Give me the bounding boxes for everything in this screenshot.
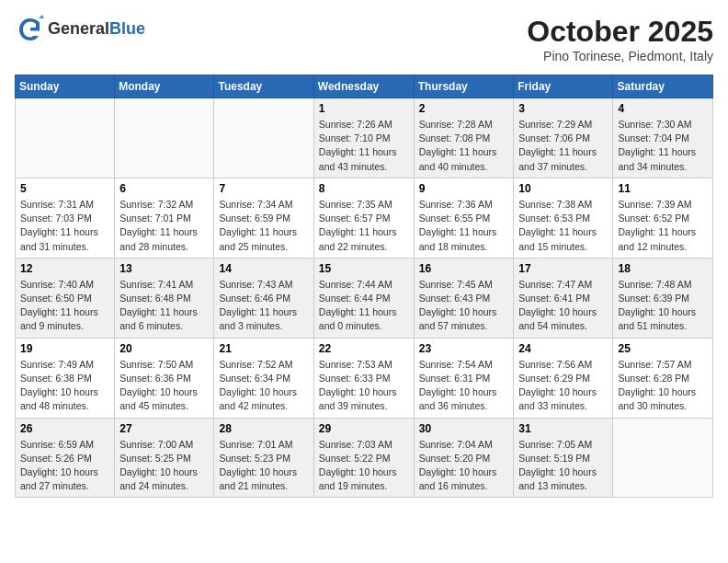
day-info: Sunrise: 7:35 AM Sunset: 6:57 PM Dayligh… <box>319 198 409 254</box>
calendar-cell: 22Sunrise: 7:53 AM Sunset: 6:33 PM Dayli… <box>313 338 414 418</box>
day-number: 23 <box>419 342 509 355</box>
calendar-cell: 16Sunrise: 7:45 AM Sunset: 6:43 PM Dayli… <box>414 258 514 338</box>
day-info: Sunrise: 7:47 AM Sunset: 6:41 PM Dayligh… <box>518 278 608 334</box>
day-info: Sunrise: 7:03 AM Sunset: 5:22 PM Dayligh… <box>319 438 409 494</box>
day-info: Sunrise: 7:40 AM Sunset: 6:50 PM Dayligh… <box>20 278 109 334</box>
calendar-cell: 28Sunrise: 7:01 AM Sunset: 5:23 PM Dayli… <box>214 418 313 498</box>
day-number: 17 <box>518 262 608 275</box>
day-info: Sunrise: 7:30 AM Sunset: 7:04 PM Dayligh… <box>618 118 708 174</box>
day-number: 31 <box>518 422 608 435</box>
day-number: 24 <box>518 342 608 355</box>
calendar-cell: 8Sunrise: 7:35 AM Sunset: 6:57 PM Daylig… <box>313 178 414 258</box>
day-number: 25 <box>618 342 708 355</box>
day-number: 10 <box>518 182 608 195</box>
calendar-cell <box>115 98 214 178</box>
day-number: 7 <box>219 182 308 195</box>
day-number: 3 <box>518 102 608 115</box>
calendar-cell: 20Sunrise: 7:50 AM Sunset: 6:36 PM Dayli… <box>115 338 214 418</box>
day-info: Sunrise: 7:49 AM Sunset: 6:38 PM Dayligh… <box>20 358 109 414</box>
calendar-table: SundayMondayTuesdayWednesdayThursdayFrid… <box>15 75 713 498</box>
day-info: Sunrise: 7:41 AM Sunset: 6:48 PM Dayligh… <box>119 278 209 334</box>
day-info: Sunrise: 7:39 AM Sunset: 6:52 PM Dayligh… <box>618 198 708 254</box>
day-number: 5 <box>20 182 109 195</box>
weekday-header: Sunday <box>16 75 115 98</box>
calendar-cell: 18Sunrise: 7:48 AM Sunset: 6:39 PM Dayli… <box>613 258 713 338</box>
day-number: 28 <box>219 422 308 435</box>
weekday-header: Thursday <box>414 75 514 98</box>
day-number: 1 <box>319 102 409 115</box>
day-info: Sunrise: 6:59 AM Sunset: 5:26 PM Dayligh… <box>20 438 109 494</box>
day-number: 19 <box>20 342 109 355</box>
day-info: Sunrise: 7:50 AM Sunset: 6:36 PM Dayligh… <box>119 358 209 414</box>
calendar-cell: 10Sunrise: 7:38 AM Sunset: 6:53 PM Dayli… <box>514 178 613 258</box>
calendar-cell: 3Sunrise: 7:29 AM Sunset: 7:06 PM Daylig… <box>514 98 613 178</box>
day-number: 26 <box>20 422 109 435</box>
day-info: Sunrise: 7:43 AM Sunset: 6:46 PM Dayligh… <box>219 278 308 334</box>
day-number: 20 <box>119 342 209 355</box>
calendar-cell: 26Sunrise: 6:59 AM Sunset: 5:26 PM Dayli… <box>16 418 115 498</box>
calendar-cell: 17Sunrise: 7:47 AM Sunset: 6:41 PM Dayli… <box>514 258 613 338</box>
day-number: 29 <box>319 422 409 435</box>
day-info: Sunrise: 7:00 AM Sunset: 5:25 PM Dayligh… <box>119 438 209 494</box>
weekday-header: Tuesday <box>214 75 313 98</box>
day-info: Sunrise: 7:32 AM Sunset: 7:01 PM Dayligh… <box>119 198 209 254</box>
calendar-week-row: 19Sunrise: 7:49 AM Sunset: 6:38 PM Dayli… <box>16 338 713 418</box>
day-info: Sunrise: 7:26 AM Sunset: 7:10 PM Dayligh… <box>319 118 409 174</box>
day-info: Sunrise: 7:44 AM Sunset: 6:44 PM Dayligh… <box>319 278 409 334</box>
calendar-cell: 7Sunrise: 7:34 AM Sunset: 6:59 PM Daylig… <box>214 178 313 258</box>
day-info: Sunrise: 7:36 AM Sunset: 6:55 PM Dayligh… <box>419 198 509 254</box>
calendar-cell: 1Sunrise: 7:26 AM Sunset: 7:10 PM Daylig… <box>313 98 414 178</box>
logo: GeneralBlue <box>15 15 145 44</box>
logo-text: GeneralBlue <box>48 19 145 40</box>
month-title: October 2025 <box>527 15 713 49</box>
calendar-cell <box>613 418 713 498</box>
calendar-cell: 29Sunrise: 7:03 AM Sunset: 5:22 PM Dayli… <box>313 418 414 498</box>
day-number: 11 <box>618 182 708 195</box>
day-number: 21 <box>219 342 308 355</box>
logo-general: GeneralBlue <box>48 19 145 40</box>
day-info: Sunrise: 7:38 AM Sunset: 6:53 PM Dayligh… <box>518 198 608 254</box>
calendar-cell: 15Sunrise: 7:44 AM Sunset: 6:44 PM Dayli… <box>313 258 414 338</box>
day-number: 18 <box>618 262 708 275</box>
calendar-cell <box>214 98 313 178</box>
day-number: 27 <box>119 422 209 435</box>
day-info: Sunrise: 7:34 AM Sunset: 6:59 PM Dayligh… <box>219 198 308 254</box>
calendar-cell: 21Sunrise: 7:52 AM Sunset: 6:34 PM Dayli… <box>214 338 313 418</box>
title-section: October 2025 Pino Torinese, Piedmont, It… <box>527 15 713 63</box>
weekday-header: Saturday <box>613 75 713 98</box>
day-number: 14 <box>219 262 308 275</box>
day-number: 30 <box>419 422 509 435</box>
day-info: Sunrise: 7:45 AM Sunset: 6:43 PM Dayligh… <box>419 278 509 334</box>
day-info: Sunrise: 7:04 AM Sunset: 5:20 PM Dayligh… <box>419 438 509 494</box>
day-info: Sunrise: 7:05 AM Sunset: 5:19 PM Dayligh… <box>518 438 608 494</box>
day-number: 15 <box>319 262 409 275</box>
calendar-cell: 25Sunrise: 7:57 AM Sunset: 6:28 PM Dayli… <box>613 338 713 418</box>
weekday-header: Friday <box>514 75 613 98</box>
calendar-cell: 23Sunrise: 7:54 AM Sunset: 6:31 PM Dayli… <box>414 338 514 418</box>
day-number: 16 <box>419 262 509 275</box>
day-info: Sunrise: 7:01 AM Sunset: 5:23 PM Dayligh… <box>219 438 308 494</box>
location: Pino Torinese, Piedmont, Italy <box>527 49 713 63</box>
calendar-cell: 14Sunrise: 7:43 AM Sunset: 6:46 PM Dayli… <box>214 258 313 338</box>
day-info: Sunrise: 7:56 AM Sunset: 6:29 PM Dayligh… <box>518 358 608 414</box>
day-info: Sunrise: 7:31 AM Sunset: 7:03 PM Dayligh… <box>20 198 109 254</box>
day-info: Sunrise: 7:52 AM Sunset: 6:34 PM Dayligh… <box>219 358 308 414</box>
day-info: Sunrise: 7:53 AM Sunset: 6:33 PM Dayligh… <box>319 358 409 414</box>
calendar-cell: 5Sunrise: 7:31 AM Sunset: 7:03 PM Daylig… <box>16 178 115 258</box>
day-number: 4 <box>618 102 708 115</box>
calendar-week-row: 1Sunrise: 7:26 AM Sunset: 7:10 PM Daylig… <box>16 98 713 178</box>
calendar-cell: 2Sunrise: 7:28 AM Sunset: 7:08 PM Daylig… <box>414 98 514 178</box>
calendar-cell: 30Sunrise: 7:04 AM Sunset: 5:20 PM Dayli… <box>414 418 514 498</box>
day-number: 12 <box>20 262 109 275</box>
day-number: 8 <box>319 182 409 195</box>
calendar-header-row: SundayMondayTuesdayWednesdayThursdayFrid… <box>16 75 713 98</box>
weekday-header: Wednesday <box>313 75 414 98</box>
page-header: GeneralBlue October 2025 Pino Torinese, … <box>15 15 713 63</box>
calendar-cell <box>16 98 115 178</box>
day-info: Sunrise: 7:54 AM Sunset: 6:31 PM Dayligh… <box>419 358 509 414</box>
calendar-week-row: 26Sunrise: 6:59 AM Sunset: 5:26 PM Dayli… <box>16 418 713 498</box>
day-info: Sunrise: 7:48 AM Sunset: 6:39 PM Dayligh… <box>618 278 708 334</box>
calendar-cell: 27Sunrise: 7:00 AM Sunset: 5:25 PM Dayli… <box>115 418 214 498</box>
calendar-cell: 9Sunrise: 7:36 AM Sunset: 6:55 PM Daylig… <box>414 178 514 258</box>
day-info: Sunrise: 7:57 AM Sunset: 6:28 PM Dayligh… <box>618 358 708 414</box>
